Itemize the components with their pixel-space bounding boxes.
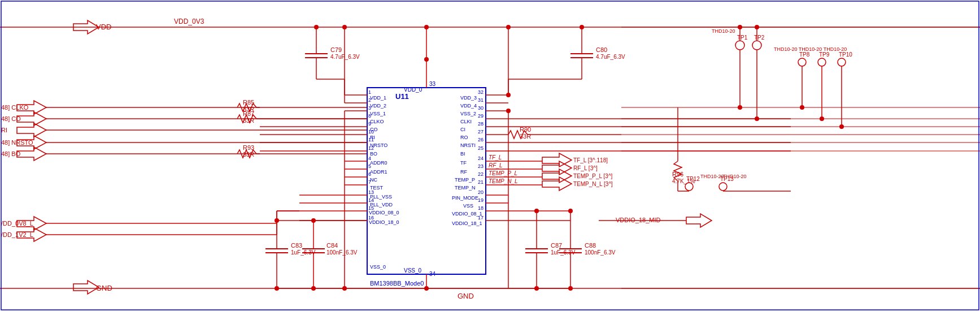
pin4-name: ADDR0 [370, 160, 387, 166]
pin26-name: NRSTI [460, 142, 476, 148]
pin18-num: 18 [478, 205, 484, 211]
rf-l-label: RF_L [489, 162, 502, 169]
vdd0-label: VDD_0 [404, 87, 423, 93]
svg-point-20 [424, 25, 429, 29]
pin19-name: VSS [463, 203, 473, 209]
pin20-num: 20 [478, 189, 484, 195]
tp12-label: TP12 [686, 176, 700, 182]
pin17-num: 17 [478, 215, 484, 221]
pin29-num: 29 [478, 113, 484, 119]
pin3-name: VSS_1 [370, 111, 386, 116]
ic-model-label: BM1398BB_Mode0 [370, 280, 424, 287]
pin2-num: 2 [368, 97, 371, 103]
pin25-num: 25 [478, 145, 484, 151]
tp9-label: TP9 [819, 51, 830, 58]
svg-point-63 [314, 25, 319, 29]
co-label: 48] CO [1, 115, 21, 122]
ic-u11-label: U11 [395, 92, 409, 101]
pin32-name: VDD_3 [460, 95, 477, 101]
thd-tp8-label: THD10-20 THD10-20 THD10-20 [774, 46, 847, 52]
c79-val: 4.7uF_6.3V [330, 54, 360, 60]
pin20-name: PIN_MODE [452, 195, 478, 201]
c88-val: 100nF_6.3V [585, 249, 616, 256]
pin33-label: 33 [429, 81, 436, 87]
vddio-18-mid-label: VDDIO_18_MID [616, 217, 661, 223]
pin11-num: 11 [368, 137, 374, 142]
c88-label: C88 [585, 242, 596, 249]
tp10-label: TP10 [839, 51, 852, 58]
svg-point-126 [506, 109, 511, 113]
pin27-name: RO [460, 135, 468, 140]
pin10-num: 10 [368, 129, 374, 135]
vdd-0v8-label: /DD_0V8_L [1, 220, 33, 227]
clko-label: 48] CLKO [1, 104, 29, 111]
temp-p-l-out-label: TEMP_P_L [3^] [573, 173, 613, 179]
pin28-name: CI [460, 127, 465, 132]
pin22-name: TEMP_P [455, 177, 475, 183]
pin6-num: 6 [368, 171, 371, 177]
c87-label: C87 [551, 242, 562, 249]
schematic-canvas: VDD GND VDD_0V3 GND 48] CLKO 48] CO RI 4… [0, 0, 980, 311]
pin28-num: 28 [478, 121, 484, 127]
c80-label: C80 [596, 46, 607, 53]
svg-point-70 [580, 25, 584, 29]
tf-l-out-label: TF_L [3^.118] [573, 157, 608, 163]
pin7-num: 7 [368, 179, 371, 185]
gnd-label: GND [96, 284, 112, 292]
pin16-name: VDDIO_18_0 [369, 219, 399, 225]
tp1-label: TP1 [737, 34, 748, 41]
vdd-0v3-label: VDD_0V3 [174, 18, 204, 25]
temp-p-l-label: TEMP_P_L [489, 170, 517, 176]
rf-l-out-label: RF_L [3^] [573, 165, 598, 171]
c84-val: 100nF_6.3V [326, 249, 358, 256]
pin24-num: 24 [478, 156, 484, 161]
c80-val: 4.7uF_6.3V [596, 54, 625, 60]
pin31-num: 31 [478, 97, 484, 103]
pin32-num: 32 [478, 89, 484, 95]
pin5-num: 5 [368, 163, 371, 169]
tp8-label: TP8 [799, 51, 810, 58]
pin8-num: 8 [368, 113, 371, 119]
vss0-inside-label: VSS_0 [370, 264, 386, 270]
pin21-num: 21 [478, 179, 484, 185]
temp-n-l-out-label: TEMP_N_L [3^] [573, 181, 613, 187]
pin12-num: 12 [368, 145, 374, 151]
ri-label: RI [1, 127, 7, 133]
pin8-name: CLKO [370, 119, 384, 124]
pin1-num: 1 [368, 89, 371, 95]
svg-point-119 [342, 25, 347, 29]
pin34-label: 34 [429, 271, 436, 277]
pin3-num: 3 [368, 105, 371, 111]
pin17-name: VDDIO_18_1 [452, 221, 482, 226]
svg-point-117 [506, 25, 511, 29]
svg-point-127 [424, 57, 429, 62]
pin27-num: 27 [478, 129, 484, 135]
pin22-num: 22 [478, 171, 484, 177]
pin21-name: TEMP_N [455, 185, 476, 191]
vss0-label: VSS_0 [404, 267, 422, 274]
pin29-name: CLKI [460, 119, 472, 124]
vdd-1v2-label: /DD_1V2_L [1, 231, 33, 238]
pin23-num: 23 [478, 163, 484, 169]
tp2-label: TP2 [754, 34, 765, 41]
c83-label: C83 [291, 242, 302, 249]
bo-label: 48] BO [1, 150, 21, 157]
gnd-center-label: GND [458, 292, 474, 300]
c84-label: C84 [326, 242, 338, 249]
pin5-name: ADDR1 [370, 169, 387, 175]
pin25-name: BI [460, 151, 465, 157]
pin6-name: NC [370, 177, 377, 183]
pin1-name: VDD_1 [370, 95, 386, 101]
nrsto-label: 48] NRSTO [1, 139, 33, 146]
pin9-num: 9 [368, 121, 371, 127]
temp-n-l-label: TEMP_N_L [489, 178, 518, 184]
pin24-name: TF [460, 160, 467, 166]
pin23-name: RF [460, 169, 467, 175]
pin2-name: VDD_2 [370, 103, 386, 109]
thd-tp13-label: THD10-20 [723, 174, 747, 179]
c79-label: C79 [330, 46, 342, 53]
thd-tp12-label: THD10-20 [700, 174, 724, 179]
thd10-20-tp1-label: THD10-20 [712, 28, 735, 34]
pin19-num: 19 [478, 197, 484, 203]
pin26-num: 26 [478, 137, 484, 142]
